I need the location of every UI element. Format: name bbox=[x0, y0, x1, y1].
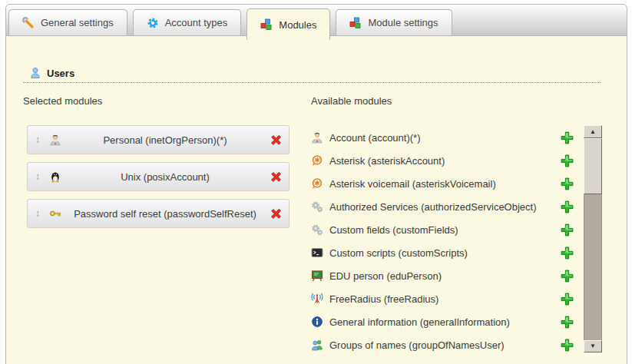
add-plus-icon[interactable] bbox=[560, 246, 574, 260]
tab-label: Account types bbox=[165, 17, 228, 28]
modules-icon bbox=[260, 18, 273, 31]
tab-modules[interactable]: Modules bbox=[247, 8, 330, 40]
selected-module-label: Personal (inetOrgPerson)(*) bbox=[61, 134, 269, 146]
available-module-label: Custom fields (customFields) bbox=[329, 224, 458, 236]
user-icon bbox=[29, 67, 41, 79]
tab-account-types[interactable]: Account types bbox=[133, 9, 242, 35]
terminal-icon bbox=[311, 247, 323, 259]
tab-module-settings[interactable]: Module settings bbox=[336, 9, 452, 35]
asterisk-icon bbox=[311, 154, 323, 167]
section-title: Users bbox=[47, 68, 74, 79]
available-module-row: General information (generalInformation) bbox=[311, 310, 574, 333]
add-plus-icon[interactable] bbox=[560, 154, 574, 168]
available-module-row: Authorized Services (authorizedServiceOb… bbox=[311, 195, 574, 218]
available-module-row: FreeRadius (freeRadius) bbox=[311, 287, 574, 310]
gear-icon bbox=[147, 17, 159, 29]
gears-icon bbox=[311, 200, 323, 213]
antenna-icon bbox=[311, 293, 323, 305]
drag-handle-icon[interactable]: ↕ bbox=[35, 172, 46, 181]
available-module-row: Groups of names (groupOfNamesUser) bbox=[311, 333, 574, 356]
tab-general-settings[interactable]: General settings bbox=[8, 9, 127, 35]
add-plus-icon[interactable] bbox=[560, 315, 574, 329]
available-modules-scrollbar: ▲ ▼ bbox=[584, 125, 602, 352]
tab-label: General settings bbox=[41, 17, 114, 28]
available-module-label: Asterisk voicemail (asteriskVoicemail) bbox=[329, 178, 496, 190]
add-plus-icon[interactable] bbox=[560, 338, 574, 352]
asterisk-icon bbox=[311, 177, 323, 190]
drag-handle-icon[interactable]: ↕ bbox=[35, 209, 46, 218]
modules-panel: Users Selected modules Available modules… bbox=[5, 36, 627, 364]
info-icon bbox=[311, 316, 323, 328]
available-module-row: EDU person (eduPerson) bbox=[311, 264, 574, 287]
available-module-label: Groups of names (groupOfNamesUser) bbox=[329, 339, 505, 351]
available-module-label: General information (generalInformation) bbox=[329, 316, 510, 328]
selected-module-label: Password self reset (passwordSelfReset) bbox=[61, 208, 269, 220]
section-heading: Users bbox=[29, 67, 74, 79]
tux-icon bbox=[49, 170, 61, 183]
available-module-label: Asterisk (asteriskAccount) bbox=[329, 155, 445, 167]
available-module-label: FreeRadius (freeRadius) bbox=[329, 293, 438, 305]
delete-icon[interactable] bbox=[269, 207, 283, 220]
gears-icon bbox=[311, 223, 323, 236]
delete-icon[interactable] bbox=[269, 133, 283, 147]
scroll-up-icon[interactable]: ▲ bbox=[584, 125, 602, 138]
available-modules-label: Available modules bbox=[311, 95, 392, 107]
selected-module-item[interactable]: ↕ Password self reset (passwordSelfReset… bbox=[27, 199, 290, 228]
selected-module-item[interactable]: ↕ Unix (posixAccount) bbox=[27, 162, 290, 191]
add-plus-icon[interactable] bbox=[560, 200, 574, 214]
personal-icon bbox=[49, 134, 61, 146]
selected-module-item[interactable]: ↕ Personal (inetOrgPerson)(*) bbox=[27, 125, 290, 154]
selected-module-label: Unix (posixAccount) bbox=[61, 171, 269, 183]
add-plus-icon[interactable] bbox=[560, 292, 574, 306]
available-module-row: Account (account)(*) bbox=[311, 126, 574, 149]
modules-icon bbox=[349, 17, 362, 29]
chalkboard-icon bbox=[311, 270, 323, 282]
available-module-label: EDU person (eduPerson) bbox=[329, 270, 442, 282]
delete-icon[interactable] bbox=[269, 170, 283, 184]
add-plus-icon[interactable] bbox=[560, 223, 574, 237]
available-module-row: Asterisk voicemail (asteriskVoicemail) bbox=[311, 172, 574, 195]
available-module-label: Authorized Services (authorizedServiceOb… bbox=[329, 201, 537, 213]
scroll-down-icon[interactable]: ▼ bbox=[584, 340, 602, 352]
wrench-icon bbox=[22, 17, 35, 29]
group-icon bbox=[311, 339, 323, 351]
dotted-divider bbox=[23, 82, 601, 83]
available-module-row: Custom fields (customFields) bbox=[311, 218, 574, 241]
add-plus-icon[interactable] bbox=[560, 177, 574, 191]
available-module-row: Custom scripts (customScripts) bbox=[311, 241, 574, 264]
available-module-row: Asterisk (asteriskAccount) bbox=[311, 149, 574, 172]
key-icon bbox=[49, 207, 61, 220]
add-plus-icon[interactable] bbox=[560, 131, 574, 145]
tab-label: Modules bbox=[279, 19, 316, 31]
available-module-label: Account (account)(*) bbox=[329, 132, 421, 144]
config-window: General settings Account types bbox=[5, 4, 627, 364]
scrollbar-thumb[interactable] bbox=[584, 138, 602, 194]
available-module-label: Custom scripts (customScripts) bbox=[329, 247, 468, 259]
selected-modules-label: Selected modules bbox=[23, 95, 102, 107]
drag-handle-icon[interactable]: ↕ bbox=[35, 135, 46, 144]
tab-label: Module settings bbox=[368, 17, 438, 28]
account-icon bbox=[311, 131, 323, 144]
tab-bar: General settings Account types bbox=[5, 4, 627, 36]
add-plus-icon[interactable] bbox=[560, 269, 574, 283]
